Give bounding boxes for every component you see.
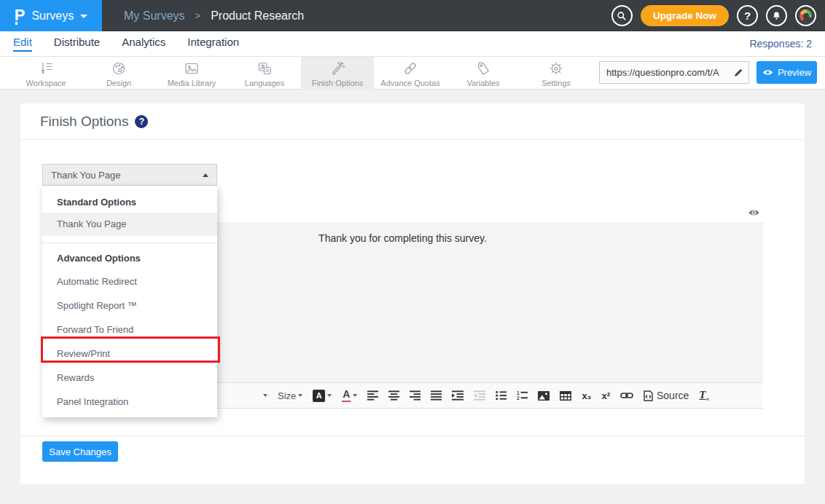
align-center-button[interactable]: [388, 390, 399, 401]
toolbar-item-advance-quotas[interactable]: Advance Quotas: [374, 57, 447, 90]
tab-distribute[interactable]: Distribute: [54, 36, 100, 52]
pencil-icon: [734, 68, 743, 77]
decrease-indent-button[interactable]: [474, 390, 485, 401]
insert-image-button[interactable]: [538, 391, 550, 401]
preview-button[interactable]: Preview: [756, 61, 817, 84]
size-dropdown-button[interactable]: Size: [278, 390, 302, 401]
toolbar-item-languages[interactable]: A Languages: [228, 57, 301, 90]
source-button[interactable]: Source: [644, 390, 689, 401]
panel-header: Finish Options ?: [20, 103, 805, 140]
toolbar-item-workspace[interactable]: Workspace: [9, 57, 82, 90]
menu-item-forward-to-friend[interactable]: Forward To Friend: [42, 318, 217, 342]
menu-item-panel-integration[interactable]: Panel Integration: [42, 390, 217, 414]
question-mark-icon: ?: [744, 9, 751, 22]
header-actions: Upgrade Now ?: [611, 5, 825, 26]
questionpro-logo-icon: P: [15, 7, 26, 23]
font-dropdown-button[interactable]: [261, 394, 267, 397]
notifications-button[interactable]: [766, 5, 787, 26]
dropdown-selected-value: Thank You Page: [51, 170, 203, 181]
finish-option-type-dropdown[interactable]: Thank You Page: [42, 164, 217, 186]
finish-options-help-button[interactable]: ?: [135, 115, 148, 128]
text-color-button[interactable]: A: [342, 389, 357, 401]
surveys-app-menu[interactable]: P Surveys: [0, 0, 102, 31]
bulleted-list-button[interactable]: [496, 390, 507, 401]
insert-link-button[interactable]: [620, 392, 633, 399]
menu-group-advanced-options: Advanced Options: [42, 243, 217, 269]
outdent-icon: [474, 390, 485, 401]
remove-format-button[interactable]: T×: [699, 389, 709, 403]
toolbar-item-media-library[interactable]: Media Library: [155, 57, 228, 90]
chevron-down-icon: [353, 394, 357, 397]
top-header: P Surveys My Surveys > Product Research …: [0, 0, 825, 31]
remove-format-icon: T×: [699, 389, 709, 403]
tab-analytics[interactable]: Analytics: [122, 36, 165, 52]
svg-text:2: 2: [517, 395, 520, 401]
numbered-list-button[interactable]: 12: [517, 390, 528, 401]
menu-item-automatic-redirect[interactable]: Automatic Redirect: [42, 269, 217, 294]
breadcrumb-separator: >: [195, 10, 201, 21]
subscript-button[interactable]: x₂: [582, 390, 591, 401]
superscript-button[interactable]: x²: [601, 390, 610, 401]
insert-table-button[interactable]: [560, 391, 571, 401]
thank-you-message: Thank you for completing this survey.: [318, 232, 487, 244]
text-color-icon: A: [342, 389, 351, 401]
search-button[interactable]: [611, 5, 633, 26]
svg-text:1: 1: [517, 390, 520, 395]
toolbar-item-variables[interactable]: Variables: [447, 57, 520, 90]
menu-item-rewards[interactable]: Rewards: [42, 366, 217, 390]
menu-item-thank-you-page[interactable]: Thank You Page: [42, 213, 217, 236]
responses-count[interactable]: Responses: 2: [749, 38, 812, 50]
workspace-icon: [37, 60, 55, 77]
account-avatar[interactable]: [795, 5, 816, 26]
survey-nav-tabs: Edit Distribute Analytics Integration Re…: [0, 31, 825, 57]
save-changes-button[interactable]: Save Changes: [42, 441, 118, 462]
source-icon: [644, 390, 653, 401]
search-icon: [616, 10, 627, 22]
breadcrumb: My Surveys > Product Research: [124, 9, 304, 23]
eye-icon: [762, 68, 773, 76]
toolbar-item-design[interactable]: Design: [82, 57, 155, 90]
align-center-icon: [388, 390, 399, 401]
justify-button[interactable]: [431, 390, 442, 401]
help-button[interactable]: ?: [737, 5, 758, 26]
toolbar-item-finish-options[interactable]: Finish Options: [301, 57, 374, 90]
question-mark-icon: ?: [139, 117, 144, 127]
chevron-up-icon: [203, 173, 208, 177]
align-right-button[interactable]: [410, 390, 421, 401]
settings-icon: [547, 60, 565, 77]
menu-item-review-print[interactable]: Review/Print: [42, 342, 217, 366]
survey-url-box: https://questionpro.com/t/A: [599, 61, 749, 84]
tab-integration[interactable]: Integration: [187, 36, 239, 52]
link-icon: [620, 392, 633, 399]
svg-text:A: A: [265, 67, 269, 74]
menu-group-standard-options: Standard Options: [42, 186, 217, 213]
increase-indent-button[interactable]: [452, 390, 464, 401]
align-left-button[interactable]: [367, 390, 378, 401]
bell-icon: [771, 10, 782, 21]
bulleted-list-icon: [496, 390, 507, 401]
survey-url-value[interactable]: https://questionpro.com/t/A: [600, 67, 728, 78]
app-menu-label: Surveys: [31, 9, 74, 23]
background-color-button[interactable]: A: [313, 390, 332, 402]
breadcrumb-my-surveys[interactable]: My Surveys: [124, 9, 185, 23]
media-library-icon: [183, 60, 200, 77]
chevron-down-icon: [298, 394, 302, 397]
indent-icon: [452, 390, 464, 401]
page-title: Finish Options: [40, 114, 128, 130]
languages-icon: A: [256, 60, 273, 77]
numbered-list-icon: 12: [517, 390, 528, 401]
edit-url-button[interactable]: [728, 62, 748, 83]
tab-edit[interactable]: Edit: [13, 36, 32, 52]
gauge-icon: [799, 9, 812, 22]
chevron-down-icon: [263, 394, 267, 397]
chevron-down-icon: [80, 15, 87, 18]
subscript-icon: x₂: [582, 390, 591, 401]
finish-option-dropdown-menu: Standard Options Thank You Page Advanced…: [42, 186, 217, 417]
preview-eye-icon[interactable]: [748, 208, 760, 217]
align-right-icon: [410, 390, 421, 401]
advance-quotas-icon: [402, 60, 419, 77]
menu-item-spotlight-report[interactable]: Spotlight Report ™: [42, 294, 217, 318]
toolbar-item-settings[interactable]: Settings: [520, 57, 593, 90]
save-row: Save Changes: [20, 436, 805, 462]
upgrade-now-button[interactable]: Upgrade Now: [641, 5, 729, 26]
